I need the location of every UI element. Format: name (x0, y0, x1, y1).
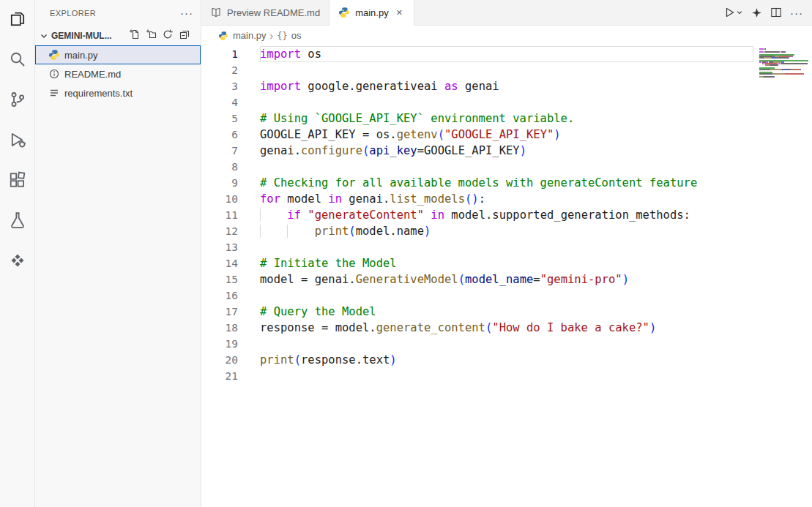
activity-extensions[interactable] (0, 161, 34, 201)
code-line-content[interactable] (260, 368, 753, 384)
line-number[interactable]: 8 (201, 159, 238, 175)
code-line[interactable]: 5# Using `GOOGLE_API_KEY` environment va… (201, 110, 753, 127)
line-number[interactable]: 11 (201, 207, 238, 223)
explorer-more-button[interactable]: ··· (180, 7, 193, 18)
code-line[interactable]: 17# Query the Model (201, 304, 753, 320)
code-line-content[interactable] (260, 159, 753, 175)
activity-search[interactable] (0, 40, 34, 80)
code-line[interactable]: 16 (201, 288, 753, 304)
vscode-window: EXPLORER ··· GEMINI-MUL... main.py READM… (0, 0, 812, 507)
breadcrumb-symbol[interactable]: {} os (277, 30, 301, 41)
line-number[interactable]: 10 (201, 191, 238, 207)
code-line-content[interactable]: import google.generativeai as genai (260, 78, 753, 94)
breadcrumb: main.py › {} os (201, 26, 812, 45)
line-number[interactable]: 15 (201, 271, 238, 288)
line-number[interactable]: 21 (201, 368, 238, 384)
file-row-readme-md[interactable]: README.md (35, 64, 201, 83)
code-line-content[interactable]: if "generateContent" in model.supported_… (260, 207, 753, 223)
code-line-content[interactable]: GOOGLE_API_KEY = os.getenv("GOOGLE_API_K… (260, 127, 753, 143)
code-line-content[interactable] (260, 239, 753, 255)
line-number[interactable]: 17 (201, 304, 238, 320)
code-line-content[interactable]: print(model.name) (260, 223, 753, 239)
file-name: requirements.txt (64, 88, 133, 99)
line-number[interactable]: 6 (201, 127, 238, 143)
code-line[interactable]: 18response = model.generate_content("How… (201, 320, 753, 336)
code-line-content[interactable] (260, 94, 753, 110)
code-line-content[interactable]: response = model.generate_content("How d… (260, 320, 753, 336)
code-line[interactable]: 7genai.configure(api_key=GOOGLE_API_KEY) (201, 143, 753, 159)
code-line[interactable]: 20print(response.text) (201, 352, 753, 368)
code-line-content[interactable]: # Initiate the Model (260, 255, 753, 271)
split-editor-icon[interactable] (770, 7, 782, 18)
line-number[interactable]: 19 (201, 336, 238, 352)
code-line[interactable]: 4 (201, 94, 753, 110)
symbol-braces-icon: {} (277, 31, 287, 41)
line-number[interactable]: 7 (201, 143, 238, 159)
line-number[interactable]: 12 (201, 223, 238, 239)
close-icon[interactable]: ✕ (394, 7, 405, 19)
collapse-all-icon[interactable] (179, 29, 190, 42)
line-number[interactable]: 18 (201, 320, 238, 336)
line-number[interactable]: 2 (201, 62, 238, 78)
activity-run-debug[interactable] (0, 121, 34, 161)
breadcrumb-file[interactable]: main.py (217, 30, 267, 42)
file-row-main-py[interactable]: main.py (35, 45, 201, 64)
activity-blocks[interactable] (0, 241, 34, 282)
line-number[interactable]: 13 (201, 239, 238, 255)
code-line-content[interactable] (260, 62, 753, 78)
tab-preview-readme[interactable]: Preview README.md (201, 0, 329, 25)
code-line[interactable]: 9# Checking for all available models wit… (201, 175, 753, 191)
code-line[interactable]: 12 print(model.name) (201, 223, 753, 239)
text-file-icon (48, 87, 60, 99)
file-name: main.py (64, 50, 98, 61)
line-number[interactable]: 9 (201, 175, 238, 191)
code-line[interactable]: 15model = genai.GenerativeModel(model_na… (201, 271, 753, 288)
code-line[interactable]: 6GOOGLE_API_KEY = os.getenv("GOOGLE_API_… (201, 127, 753, 143)
code-line-content[interactable]: # Checking for all available models with… (260, 175, 753, 191)
run-button[interactable] (723, 7, 743, 18)
code-line[interactable]: 11 if "generateContent" in model.support… (201, 207, 753, 223)
line-number[interactable]: 16 (201, 288, 238, 304)
activity-explorer[interactable] (0, 0, 34, 40)
info-icon (48, 68, 60, 80)
refresh-icon[interactable] (162, 29, 174, 42)
line-number[interactable]: 3 (201, 78, 238, 94)
code-line-content[interactable]: for model in genai.list_models(): (260, 191, 753, 207)
activity-source-control[interactable] (0, 80, 34, 121)
line-number[interactable]: 5 (201, 110, 238, 127)
tab-label: Preview README.md (227, 7, 320, 18)
code-line-content[interactable]: # Using `GOOGLE_API_KEY` environment var… (260, 110, 753, 127)
line-number[interactable]: 14 (201, 255, 238, 271)
activity-testing[interactable] (0, 201, 34, 241)
tab-main-py[interactable]: main.py ✕ (329, 0, 414, 26)
code-line-content[interactable]: model = genai.GenerativeModel(model_name… (260, 271, 753, 288)
code-line[interactable]: 19 (201, 336, 753, 352)
line-number[interactable]: 20 (201, 352, 238, 368)
sparkle-icon[interactable] (751, 7, 762, 18)
code-line-content[interactable] (260, 288, 753, 304)
code-line-content[interactable]: # Query the Model (260, 304, 753, 320)
file-row-requirements-txt[interactable]: requirements.txt (35, 83, 201, 102)
code-line-content[interactable]: import os (260, 46, 753, 62)
line-number[interactable]: 1 (201, 46, 238, 62)
breadcrumb-file-label: main.py (233, 30, 267, 41)
code-line[interactable]: 21 (201, 368, 753, 384)
run-dropdown-chevron-icon[interactable] (736, 9, 743, 16)
code-line[interactable]: 2 (201, 62, 753, 78)
code-line[interactable]: 1import os (201, 46, 753, 62)
code-editor[interactable]: 1import os23import google.generativeai a… (201, 45, 812, 507)
code-line[interactable]: 13 (201, 239, 753, 255)
more-actions-button[interactable]: ··· (790, 7, 803, 18)
minimap[interactable] (756, 45, 812, 507)
new-folder-icon[interactable] (145, 29, 157, 42)
code-line-content[interactable]: genai.configure(api_key=GOOGLE_API_KEY) (260, 143, 753, 159)
new-file-icon[interactable] (128, 29, 140, 42)
code-line-content[interactable] (260, 336, 753, 352)
code-line[interactable]: 8 (201, 159, 753, 175)
code-line[interactable]: 14# Initiate the Model (201, 255, 753, 271)
folder-section-header[interactable]: GEMINI-MUL... (35, 26, 201, 45)
code-line[interactable]: 10for model in genai.list_models(): (201, 191, 753, 207)
line-number[interactable]: 4 (201, 94, 238, 110)
code-line-content[interactable]: print(response.text) (260, 352, 753, 368)
code-line[interactable]: 3import google.generativeai as genai (201, 78, 753, 94)
